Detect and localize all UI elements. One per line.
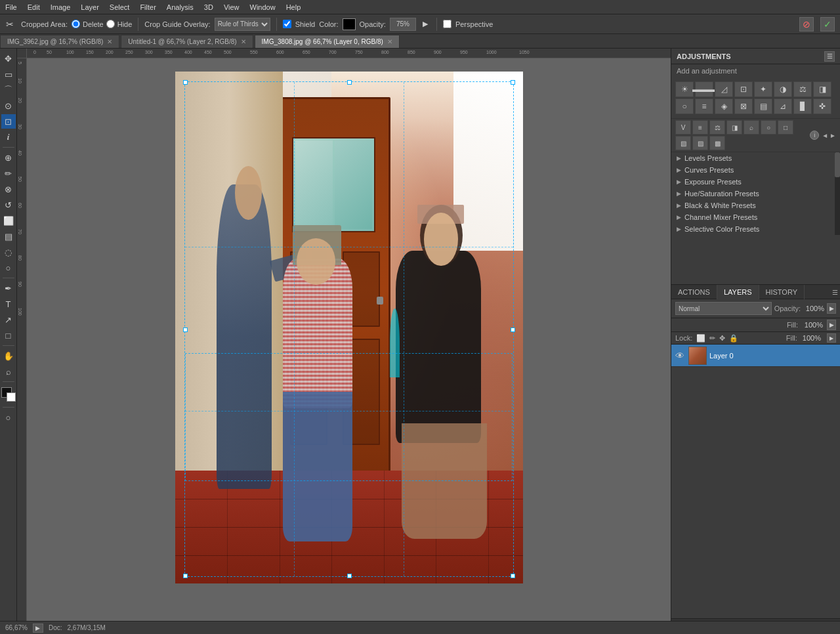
- history-brush-btn[interactable]: ↺: [1, 198, 16, 212]
- gradient-map-btn[interactable]: ▊: [793, 98, 812, 114]
- presets-scrollbar[interactable]: [835, 152, 840, 235]
- info-button[interactable]: i: [810, 131, 819, 140]
- adj-nav-scale[interactable]: ⚖: [709, 120, 725, 135]
- rectangular-marquee-btn[interactable]: ▭: [1, 67, 16, 81]
- menu-view[interactable]: View: [219, 2, 245, 12]
- crop-handle-bl[interactable]: [183, 574, 188, 578]
- channel-mixer-presets-item[interactable]: ▶ Channel Mixer Presets: [671, 211, 840, 223]
- levels-presets-item[interactable]: ▶ Levels Presets: [671, 152, 840, 164]
- channel-mixer-btn[interactable]: ≡: [695, 98, 713, 114]
- actions-tab[interactable]: ACTIONS: [671, 285, 717, 299]
- tab-close-2[interactable]: ✕: [387, 38, 392, 45]
- commit-crop-button[interactable]: ✓: [820, 17, 835, 32]
- dodge-btn[interactable]: ○: [1, 261, 16, 275]
- path-select-btn[interactable]: ↗: [1, 312, 16, 327]
- color-swatch[interactable]: [343, 18, 356, 30]
- lock-image-icon[interactable]: ✏: [709, 334, 715, 343]
- selective-color-presets-item[interactable]: ▶ Selective Color Presets: [671, 223, 840, 235]
- menu-image[interactable]: Image: [45, 2, 76, 12]
- adj-panel-options[interactable]: ☰: [824, 51, 835, 62]
- history-tab[interactable]: HISTORY: [759, 285, 805, 299]
- menu-select[interactable]: Select: [104, 2, 135, 12]
- posterize-btn[interactable]: ▤: [754, 98, 772, 114]
- guide-overlay-select[interactable]: Rule of Thirds Grid Diagonal Triangle No…: [215, 18, 270, 31]
- photo-filter-btn[interactable]: ○: [675, 98, 694, 114]
- crop-handle-bc[interactable]: [347, 574, 352, 578]
- clone-stamp-btn[interactable]: ⊗: [1, 182, 16, 196]
- menu-edit[interactable]: Edit: [22, 2, 45, 12]
- lock-all-icon[interactable]: 🔒: [729, 334, 738, 343]
- fill-expand-btn[interactable]: ▶: [827, 320, 836, 330]
- text-btn[interactable]: T: [1, 297, 16, 311]
- zoom-btn[interactable]: ⌕: [1, 364, 16, 379]
- adj-nav-sq2[interactable]: ▨: [692, 136, 708, 150]
- crop-handle-tc[interactable]: [347, 80, 352, 85]
- lock-transparent-icon[interactable]: ⬜: [696, 334, 705, 343]
- blend-mode-select[interactable]: Normal Multiply Screen Overlay: [675, 302, 772, 315]
- background-color[interactable]: [7, 392, 16, 402]
- eyedropper-btn[interactable]: 𝒊: [1, 130, 16, 144]
- opacity-expand[interactable]: ▶: [420, 19, 430, 30]
- adj-nav-bw2[interactable]: ▧: [675, 136, 691, 150]
- presets-scrollbar-thumb[interactable]: [835, 152, 840, 177]
- fill-arrow-2[interactable]: ▶: [827, 333, 836, 343]
- pen-btn[interactable]: ✒: [1, 281, 16, 295]
- tab-close-1[interactable]: ✕: [241, 38, 246, 45]
- menu-analysis[interactable]: Analysis: [161, 2, 199, 12]
- tab-untitled[interactable]: Untitled-1 @ 66,7% (Layer 2, RGB/8) ✕: [121, 35, 253, 48]
- layers-tab[interactable]: LAYERS: [717, 285, 759, 299]
- vibrance-btn[interactable]: ✦: [754, 81, 772, 97]
- nav-arrow[interactable]: ▶: [33, 623, 43, 633]
- menu-help[interactable]: Help: [281, 2, 306, 12]
- crop-handle-tl[interactable]: [183, 80, 188, 85]
- tab-img3808[interactable]: IMG_3808.jpg @ 66,7% (Layer 0, RGB/8) ✕: [255, 35, 400, 48]
- tab-img3962[interactable]: IMG_3962.jpg @ 16,7% (RGB/8) ✕: [0, 35, 119, 48]
- levels-btn[interactable]: ▬▬▬: [695, 81, 713, 97]
- blur-btn[interactable]: ◌: [1, 245, 16, 259]
- adj-nav-list[interactable]: ≡: [692, 120, 708, 135]
- menu-layer[interactable]: Layer: [75, 2, 104, 12]
- crop-handle-tr[interactable]: [511, 80, 515, 85]
- lasso-btn[interactable]: ⌒: [1, 83, 16, 97]
- layer-0-visibility[interactable]: 👁: [675, 350, 686, 361]
- adj-nav-search[interactable]: ⌕: [744, 120, 759, 135]
- black-white-btn[interactable]: ◨: [813, 81, 831, 97]
- delete-radio[interactable]: [72, 20, 80, 28]
- crop-handle-br[interactable]: [511, 574, 515, 578]
- quick-select-btn[interactable]: ⊙: [1, 98, 16, 113]
- adj-forward[interactable]: ►: [830, 132, 836, 139]
- curves-presets-item[interactable]: ▶ Curves Presets: [671, 164, 840, 176]
- lock-position-icon[interactable]: ✥: [719, 334, 725, 343]
- gradient-btn[interactable]: ▤: [1, 229, 16, 243]
- crop-btn[interactable]: ⊡: [1, 114, 16, 129]
- cancel-crop-button[interactable]: ⊘: [799, 17, 814, 32]
- layers-panel-menu[interactable]: ☰: [830, 285, 840, 299]
- adj-nav-v[interactable]: V: [675, 120, 691, 135]
- hand-btn[interactable]: ✋: [1, 349, 16, 363]
- invert-btn[interactable]: ⊠: [734, 98, 753, 114]
- color-balance-btn[interactable]: ⚖: [793, 81, 812, 97]
- tab-close-0[interactable]: ✕: [107, 38, 112, 45]
- adj-nav-sq3[interactable]: ▩: [709, 136, 725, 150]
- color-lookup-btn[interactable]: ◈: [715, 98, 733, 114]
- brush-btn[interactable]: ✏: [1, 166, 16, 180]
- curves-btn[interactable]: ◿: [715, 81, 733, 97]
- exposure-presets-item[interactable]: ▶ Exposure Presets: [671, 176, 840, 188]
- adj-backward[interactable]: ◄: [822, 132, 828, 139]
- exposure-btn[interactable]: ⊡: [734, 81, 753, 97]
- move-tool-btn[interactable]: ✥: [1, 51, 16, 66]
- hide-radio[interactable]: [106, 20, 115, 28]
- brightness-contrast-btn[interactable]: ☀: [675, 81, 694, 97]
- menu-3d[interactable]: 3D: [199, 2, 219, 12]
- menu-file[interactable]: File: [0, 2, 22, 12]
- opacity-expand-btn[interactable]: ▶: [827, 303, 836, 314]
- layer-0-item[interactable]: 👁 Layer 0: [671, 345, 840, 367]
- adj-nav-square[interactable]: □: [778, 120, 793, 135]
- adj-nav-circle[interactable]: ○: [761, 120, 776, 135]
- screen-mode-btn[interactable]: ○: [1, 410, 16, 425]
- selective-color-btn[interactable]: ✜: [813, 98, 831, 114]
- shield-checkbox[interactable]: [283, 20, 291, 28]
- healing-brush-btn[interactable]: ⊕: [1, 150, 16, 165]
- canvas-scroll-area[interactable]: [27, 58, 671, 634]
- hue-saturation-presets-item[interactable]: ▶ Hue/Saturation Presets: [671, 188, 840, 200]
